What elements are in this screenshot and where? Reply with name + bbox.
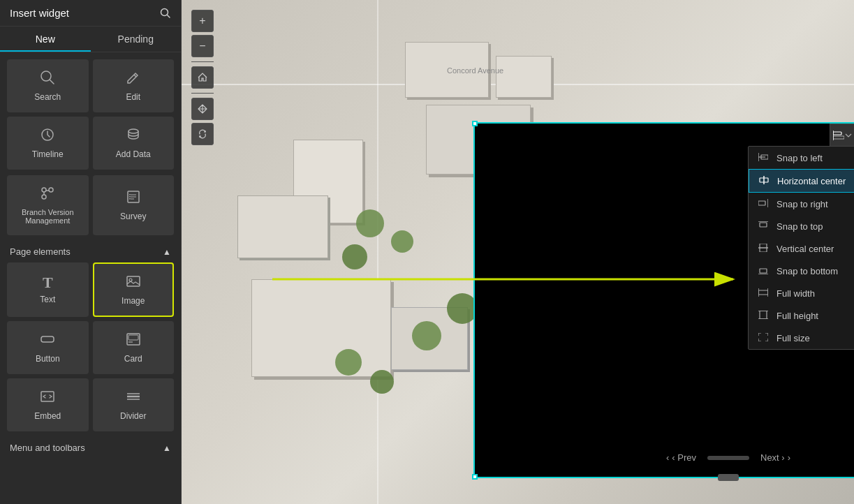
svg-rect-17 — [128, 335, 138, 340]
snap-left-icon — [757, 152, 770, 163]
full-height-label: Full height — [776, 311, 818, 321]
next-label: Next › — [760, 452, 785, 463]
widget-card-label: Card — [124, 354, 142, 364]
svg-line-1 — [168, 15, 170, 17]
text-icon: T — [43, 275, 53, 290]
widget-embed-label: Embed — [34, 411, 61, 421]
full-width-item[interactable]: Full width — [749, 282, 854, 304]
pagination-dots — [707, 456, 749, 460]
next-chevron: › — [788, 452, 790, 463]
widget-search[interactable]: Search — [7, 59, 89, 112]
button-icon — [40, 332, 55, 350]
svg-rect-39 — [758, 201, 765, 205]
zoom-in-button[interactable]: + — [191, 10, 214, 32]
map-toolbar: + − — [191, 10, 214, 145]
snap-bottom-item[interactable]: Snap to bottom — [749, 260, 854, 282]
full-width-label: Full width — [776, 288, 815, 299]
svg-point-6 — [42, 188, 46, 192]
svg-rect-15 — [41, 336, 54, 342]
svg-rect-41 — [760, 223, 767, 227]
widget-pagination: ‹ ‹ Prev Next › › — [475, 452, 854, 463]
svg-rect-11 — [129, 196, 131, 198]
vertical-center-item[interactable]: Vertical center — [749, 237, 854, 260]
sidebar: Insert widget New Pending Search — [0, 0, 182, 504]
road-label-concord: Concord Avenue — [447, 66, 503, 75]
align-tool-button[interactable] — [830, 124, 854, 147]
svg-point-7 — [49, 188, 53, 192]
widget-button[interactable]: Button — [7, 321, 89, 374]
page-elements-section-header: Page elements ▲ — [7, 241, 174, 262]
tab-bar: New Pending — [0, 27, 181, 52]
search-icon — [40, 70, 55, 88]
widget-image[interactable]: Image — [93, 262, 175, 317]
svg-rect-12 — [129, 198, 131, 200]
sidebar-content: Search Edit Timeline — [0, 52, 181, 504]
widget-toolbar — [830, 124, 854, 147]
full-height-item[interactable]: Full height — [749, 304, 854, 327]
snap-right-item[interactable]: Snap to right — [749, 193, 854, 215]
snap-top-item[interactable]: Snap to top — [749, 215, 854, 237]
sidebar-title: Insert widget — [10, 7, 69, 19]
widget-timeline-label: Timeline — [32, 149, 64, 159]
widget-branch-version[interactable]: Branch VersionManagement — [7, 175, 89, 235]
svg-rect-10 — [129, 194, 131, 195]
widget-embed[interactable]: Embed — [7, 378, 89, 431]
card-icon — [126, 332, 141, 350]
svg-point-5 — [128, 129, 138, 133]
image-widget[interactable]: Snap to left Horizontal center — [473, 122, 854, 478]
map-canvas: Concord Avenue SPRINGFIELD ST + − — [182, 0, 854, 504]
tab-new[interactable]: New — [0, 27, 91, 52]
widget-image-label: Image — [122, 296, 145, 306]
zoom-out-button[interactable]: − — [191, 35, 214, 57]
sidebar-header: Insert widget — [0, 0, 181, 27]
tab-pending[interactable]: Pending — [91, 27, 182, 52]
bvm-grid: Branch VersionManagement Survey — [7, 175, 174, 235]
menu-toolbars-section-header: Menu and toolbars ▲ — [7, 437, 174, 459]
widget-divider[interactable]: Divider — [93, 378, 175, 431]
add-data-icon — [126, 127, 141, 145]
vertical-center-icon — [757, 243, 770, 254]
full-size-label: Full size — [776, 333, 810, 343]
survey-icon — [126, 189, 141, 207]
widget-branch-label: Branch VersionManagement — [22, 208, 74, 225]
widget-edit-label: Edit — [126, 92, 140, 102]
pan-button[interactable] — [191, 98, 214, 120]
prev-button[interactable]: ‹ ‹ Prev — [666, 452, 696, 463]
rotate-button[interactable] — [191, 123, 214, 145]
snap-left-item[interactable]: Snap to left — [749, 147, 854, 169]
embed-icon — [40, 389, 55, 407]
widget-survey[interactable]: Survey — [93, 175, 175, 235]
full-size-item[interactable]: Full size — [749, 327, 854, 349]
widget-edit[interactable]: Edit — [93, 59, 175, 112]
image-icon — [126, 274, 141, 292]
branch-icon — [40, 186, 55, 204]
handle-top-left[interactable] — [472, 121, 478, 126]
snap-right-icon — [757, 198, 770, 209]
widget-divider-label: Divider — [120, 411, 146, 421]
horizontal-center-item[interactable]: Horizontal center — [749, 169, 854, 193]
widget-text-label: Text — [40, 295, 55, 304]
svg-line-3 — [50, 80, 54, 84]
widget-timeline[interactable]: Timeline — [7, 117, 89, 170]
widget-button-label: Button — [36, 354, 60, 364]
widget-card[interactable]: Card — [93, 321, 175, 374]
timeline-icon — [40, 127, 55, 145]
svg-point-2 — [41, 71, 51, 81]
menu-toolbars-label: Menu and toolbars — [10, 443, 85, 453]
full-height-icon — [757, 310, 770, 321]
widget-search-label: Search — [34, 92, 61, 102]
next-button[interactable]: Next › › — [760, 452, 790, 463]
home-button[interactable] — [191, 66, 214, 89]
svg-rect-48 — [758, 290, 768, 295]
edit-icon — [126, 70, 141, 88]
widget-add-data[interactable]: Add Data — [93, 117, 175, 170]
handle-bottom-left[interactable] — [472, 474, 478, 480]
prev-chevron: ‹ — [666, 452, 669, 463]
resize-handle-bottom[interactable] — [718, 474, 739, 481]
svg-rect-24 — [833, 136, 844, 139]
main-content: Concord Avenue SPRINGFIELD ST + − — [182, 0, 854, 504]
page-elements-label: Page elements — [10, 246, 71, 257]
snap-bottom-label: Snap to bottom — [776, 266, 838, 276]
widget-text[interactable]: T Text — [7, 262, 89, 317]
sidebar-search-button[interactable] — [160, 8, 171, 19]
